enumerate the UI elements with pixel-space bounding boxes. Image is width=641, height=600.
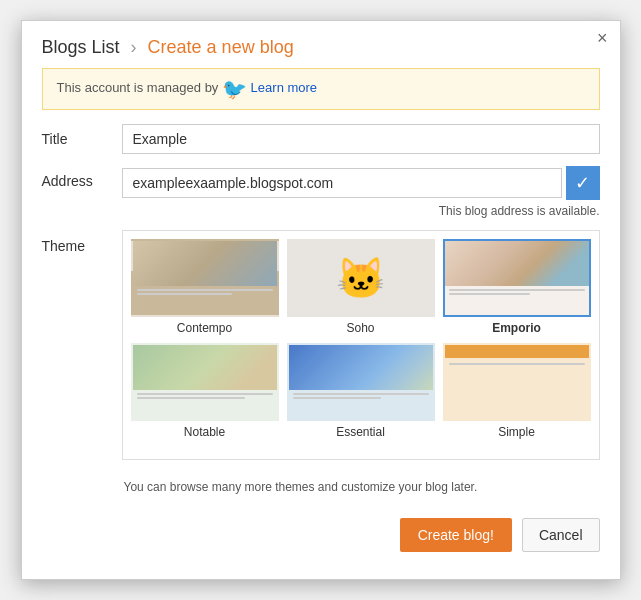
emporio-lines	[445, 286, 589, 300]
theme-item-notable[interactable]: Notable	[131, 343, 279, 439]
title-row: Title	[42, 124, 600, 154]
theme-thumb-essential	[287, 343, 435, 421]
emporio-image	[445, 241, 589, 286]
notable-image	[133, 345, 277, 390]
line1	[137, 289, 273, 291]
notice-bar: This account is managed by 🐦 Learn more	[42, 68, 600, 110]
notice-text: This account is managed by	[57, 80, 222, 95]
title-input[interactable]	[122, 124, 600, 154]
theme-thumb-notable	[131, 343, 279, 421]
theme-item-contempo[interactable]: Contempo	[131, 239, 279, 335]
theme-row: Theme Contempo	[42, 230, 600, 460]
essential-image	[289, 345, 433, 390]
line1	[449, 289, 585, 291]
breadcrumb-blogs-list[interactable]: Blogs List	[42, 37, 120, 57]
address-label: Address	[42, 166, 122, 189]
soho-name: Soho	[346, 321, 374, 335]
dialog-header: Blogs List › Create a new blog	[22, 21, 620, 68]
line2	[293, 397, 381, 399]
emporio-name: Emporio	[492, 321, 541, 335]
breadcrumb-separator: ›	[131, 37, 137, 57]
simple-name: Simple	[498, 425, 535, 439]
theme-item-soho[interactable]: 🐱 Soho	[287, 239, 435, 335]
line1	[137, 393, 273, 395]
address-row: Address ✓ This blog address is available…	[42, 166, 600, 218]
dialog-footer: Create blog! Cancel	[22, 508, 620, 568]
theme-grid-container[interactable]: Contempo 🐱 Soho	[122, 230, 600, 460]
cancel-button[interactable]: Cancel	[522, 518, 600, 552]
org-icon: 🐦	[222, 78, 247, 100]
theme-item-emporio[interactable]: Emporio	[443, 239, 591, 335]
hint-text: You can browse many more themes and cust…	[22, 472, 620, 508]
theme-item-essential[interactable]: Essential	[287, 343, 435, 439]
theme-thumb-simple	[443, 343, 591, 421]
learn-more-link[interactable]: Learn more	[251, 80, 317, 95]
breadcrumb-new-blog: Create a new blog	[148, 37, 294, 57]
close-button[interactable]: ×	[597, 29, 608, 47]
notable-name: Notable	[184, 425, 225, 439]
theme-thumb-emporio	[443, 239, 591, 317]
line2	[449, 293, 531, 295]
theme-grid: Contempo 🐱 Soho	[123, 231, 599, 447]
create-blog-button[interactable]: Create blog!	[400, 518, 512, 552]
form-section: Title Address ✓ This blog address is ava…	[22, 124, 620, 460]
address-input[interactable]	[122, 168, 562, 198]
title-label: Title	[42, 124, 122, 147]
title-field-wrap	[122, 124, 600, 154]
line2	[137, 293, 232, 295]
notable-lines	[133, 390, 277, 404]
contempo-lines	[133, 286, 277, 300]
address-input-row: ✓	[122, 166, 600, 200]
address-field-wrap: ✓ This blog address is available.	[122, 166, 600, 218]
theme-item-simple[interactable]: Simple	[443, 343, 591, 439]
line2	[137, 397, 246, 399]
soho-cat-icon: 🐱	[336, 255, 386, 302]
simple-image	[445, 345, 589, 390]
create-blog-dialog: × Blogs List › Create a new blog This ac…	[21, 20, 621, 580]
theme-label: Theme	[42, 230, 122, 254]
line1	[293, 393, 429, 395]
checkmark-icon: ✓	[575, 172, 590, 194]
line1	[449, 363, 585, 365]
theme-thumb-contempo	[131, 239, 279, 317]
address-available-text: This blog address is available.	[122, 204, 600, 218]
essential-name: Essential	[336, 425, 385, 439]
contempo-name: Contempo	[177, 321, 232, 335]
check-address-button[interactable]: ✓	[566, 166, 600, 200]
breadcrumb: Blogs List › Create a new blog	[42, 37, 600, 58]
contempo-image	[133, 241, 277, 286]
essential-lines	[289, 390, 433, 404]
theme-thumb-soho: 🐱	[287, 239, 435, 317]
